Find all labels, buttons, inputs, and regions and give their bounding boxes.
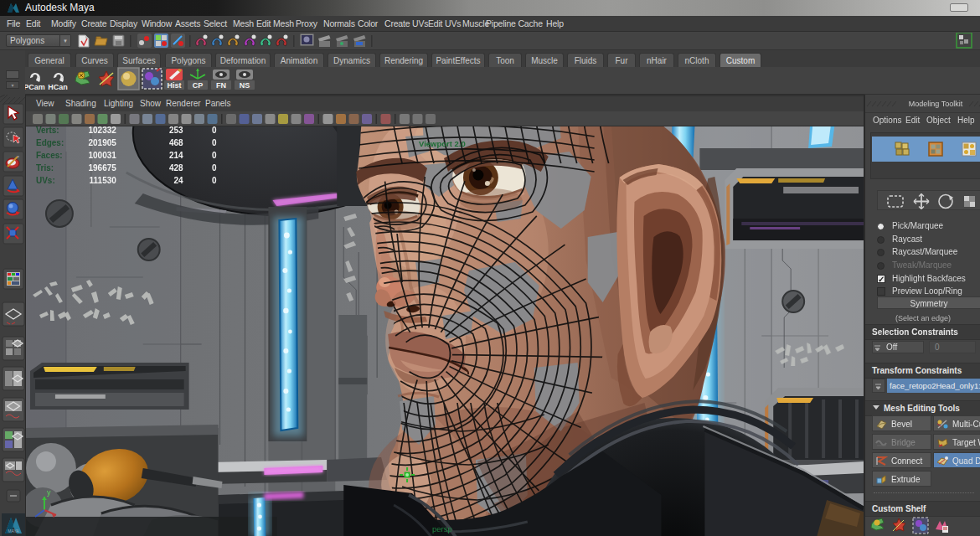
svg-text:HCan: HCan bbox=[48, 83, 68, 91]
svg-text:102332: 102332 bbox=[88, 126, 116, 135]
svg-text:196675: 196675 bbox=[88, 163, 116, 173]
svg-text:0: 0 bbox=[212, 176, 217, 185]
svg-text:0: 0 bbox=[212, 163, 217, 173]
svg-text:Edges:: Edges: bbox=[36, 138, 64, 147]
svg-text:214: 214 bbox=[169, 151, 183, 160]
svg-text:Verts:: Verts: bbox=[36, 126, 59, 135]
svg-text:201905: 201905 bbox=[88, 138, 116, 147]
svg-text:y: y bbox=[47, 488, 51, 497]
svg-text:MAYA: MAYA bbox=[8, 528, 19, 533]
svg-text:FN: FN bbox=[216, 81, 226, 90]
svg-text:100031: 100031 bbox=[88, 151, 116, 160]
svg-text:UVs:: UVs: bbox=[36, 176, 55, 185]
svg-text:468: 468 bbox=[169, 138, 183, 147]
svg-text:persp: persp bbox=[432, 524, 452, 533]
svg-text:0: 0 bbox=[212, 138, 217, 147]
svg-text:PCam: PCam bbox=[25, 83, 45, 91]
svg-text:Viewport 2.0: Viewport 2.0 bbox=[419, 139, 466, 148]
svg-text:Modeling Toolkit: Modeling Toolkit bbox=[909, 100, 963, 108]
svg-text:111530: 111530 bbox=[90, 176, 117, 185]
svg-text:NS: NS bbox=[240, 81, 250, 90]
svg-text:24: 24 bbox=[174, 176, 184, 185]
svg-text:CP: CP bbox=[193, 81, 204, 90]
svg-text:428: 428 bbox=[169, 163, 183, 173]
svg-text:0: 0 bbox=[212, 126, 217, 135]
svg-text:Faces:: Faces: bbox=[36, 151, 63, 160]
svg-text:0: 0 bbox=[212, 151, 217, 160]
svg-text:253: 253 bbox=[169, 126, 183, 135]
svg-text:Hist: Hist bbox=[167, 81, 181, 90]
svg-text:Tris:: Tris: bbox=[36, 163, 54, 173]
